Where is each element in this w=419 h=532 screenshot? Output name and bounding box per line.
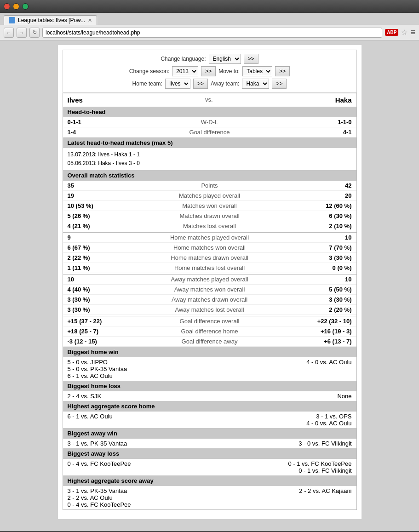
stat-left-13: +15 (37 - 22) — [68, 318, 139, 325]
overall-stats-header: Overall match statistics — [63, 170, 356, 181]
biggest-home-win-right: 4 - 0 vs. AC Oulu — [210, 359, 352, 379]
stat-row-8: 1 (11 %)Home matches lost overall0 (0 %) — [63, 263, 356, 273]
tab-favicon — [9, 17, 15, 23]
highest-agg-away-left: 3 - 1 vs. PK-35 Vantaa 2 - 2 vs. AC Oulu… — [68, 487, 210, 508]
bhw-left-line2: 5 - 0 vs. PK-35 Vantaa — [68, 366, 210, 372]
stat-left-2: 10 (53 %) — [68, 202, 139, 209]
biggest-home-loss-header: Biggest home loss — [63, 381, 356, 391]
h2h-goal-diff-home: 1-4 — [68, 129, 139, 136]
close-btn[interactable] — [4, 3, 10, 10]
stats-table: Ilves vs. Haka Head-to-head 0-1-1 W-D-L … — [63, 93, 357, 510]
stat-right-11: 3 (30 %) — [281, 296, 352, 303]
stat-row-4: 4 (21 %)Matches lost overall2 (10 %) — [63, 221, 356, 231]
maximize-btn[interactable] — [22, 3, 29, 10]
stat-center-14: Goal difference home — [138, 328, 281, 335]
stat-row-10: 4 (40 %)Away matches won overall5 (50 %) — [63, 285, 356, 295]
stat-row-13: +15 (37 - 22)Goal difference overall+22 … — [63, 316, 356, 326]
stat-row-3: 5 (26 %)Matches drawn overall6 (30 %) — [63, 211, 356, 221]
stat-row-11: 3 (30 %)Away matches drawn overall3 (30 … — [63, 295, 356, 305]
head-to-head-header: Head-to-head — [63, 107, 356, 117]
stat-row-15: -3 (12 - 15)Goal difference away+6 (13 -… — [63, 337, 356, 347]
stat-right-1: 20 — [281, 192, 352, 199]
language-row: Change language: English >> — [68, 54, 352, 64]
stat-left-10: 4 (40 %) — [68, 286, 139, 293]
stat-center-7: Home matches drawn overall — [138, 254, 281, 261]
match-2: 05.06.2013: Haka - Ilves 3 - 0 — [68, 159, 352, 168]
move-to-label: Move to: — [218, 68, 240, 74]
biggest-home-loss-right: None — [210, 393, 352, 400]
h2h-goal-diff-away: 4-1 — [281, 129, 352, 136]
home-team-label: Home team: — [132, 80, 162, 87]
highest-agg-home-header: Highest aggregate score home — [63, 401, 356, 412]
home-team-go-btn[interactable]: >> — [193, 79, 208, 89]
stat-row-12: 3 (30 %)Away matches lost overall2 (20 %… — [63, 305, 356, 315]
stat-left-3: 5 (26 %) — [68, 212, 139, 219]
tab-close-icon[interactable]: ✕ — [88, 17, 92, 23]
stat-right-12: 2 (20 %) — [281, 306, 352, 313]
stat-center-13: Goal difference overall — [138, 318, 281, 325]
browser-tab[interactable]: League tables: Ilves [Pow... ✕ — [4, 15, 97, 25]
biggest-away-loss-left: 0 - 4 vs. FC KooTeePee — [68, 460, 210, 474]
stat-center-4: Matches lost overall — [138, 223, 281, 229]
stat-right-0: 42 — [281, 182, 352, 189]
season-select[interactable]: 2013 — [172, 66, 198, 76]
stat-row-0: 35Points42 — [63, 181, 356, 191]
season-go-btn[interactable]: >> — [201, 66, 216, 76]
menu-icon[interactable]: ≡ — [410, 28, 415, 37]
stat-left-12: 3 (30 %) — [68, 306, 139, 313]
move-to-select[interactable]: Tables — [242, 66, 272, 76]
season-label: Change season: — [129, 68, 169, 74]
page-scroll-area[interactable]: Change language: English >> Change seaso… — [0, 40, 419, 531]
latest-matches-header: Latest head-to-head matches (max 5) — [63, 137, 356, 148]
hah-right-line1: 3 - 1 vs. OPS — [210, 413, 352, 420]
hah-right-line2: 4 - 0 vs. AC Oulu — [210, 420, 352, 427]
stat-center-5: Home matches played overall — [138, 234, 281, 241]
biggest-home-win-row: 5 - 0 vs. JIPPO 5 - 0 vs. PK-35 Vantaa 6… — [63, 357, 356, 381]
bhw-left-line3: 6 - 1 vs. AC Oulu — [68, 372, 210, 379]
stat-row-5: 9Home matches played overall10 — [63, 232, 356, 243]
h2h-record-row: 0-1-1 W-D-L 1-1-0 — [63, 117, 356, 127]
stat-center-10: Away matches won overall — [138, 286, 281, 293]
stat-center-6: Home matches won overall — [138, 244, 281, 251]
highest-agg-home-right: 3 - 1 vs. OPS 4 - 0 vs. AC Oulu — [210, 413, 352, 427]
stat-right-7: 3 (30 %) — [281, 254, 352, 261]
stat-left-11: 3 (30 %) — [68, 296, 139, 303]
highest-agg-away-row: 3 - 1 vs. PK-35 Vantaa 2 - 2 vs. AC Oulu… — [63, 486, 356, 509]
stat-row-14: +18 (25 - 7)Goal difference home+16 (19 … — [63, 326, 356, 337]
stat-center-1: Matches played overall — [138, 192, 281, 199]
forward-button[interactable]: → — [17, 28, 27, 38]
stat-right-10: 5 (50 %) — [281, 286, 352, 293]
stat-row-6: 6 (67 %)Home matches won overall7 (70 %) — [63, 243, 356, 253]
stat-right-8: 0 (0 %) — [281, 264, 352, 271]
bookmark-icon[interactable]: ☆ — [401, 28, 408, 37]
biggest-home-loss-row: 2 - 4 vs. SJK None — [63, 391, 356, 401]
stat-right-5: 10 — [281, 234, 352, 241]
season-row: Change season: 2013 >> Move to: Tables >… — [68, 66, 352, 76]
stat-left-6: 6 (67 %) — [68, 244, 139, 251]
page-content: Change language: English >> Change seaso… — [58, 45, 362, 519]
stat-center-11: Away matches drawn overall — [138, 296, 281, 303]
move-to-go-btn[interactable]: >> — [275, 66, 290, 76]
h2h-record-label: W-D-L — [138, 119, 281, 126]
language-select[interactable]: English — [209, 54, 241, 64]
adblock-badge: ABP — [385, 29, 398, 36]
refresh-button[interactable]: ↻ — [29, 28, 40, 38]
biggest-away-win-header: Biggest away win — [63, 428, 356, 439]
h2h-record-away: 1-1-0 — [281, 119, 352, 126]
stat-left-9: 10 — [68, 276, 139, 283]
away-team-go-btn[interactable]: >> — [272, 79, 287, 89]
language-go-btn[interactable]: >> — [244, 54, 258, 64]
titlebar — [0, 0, 419, 13]
stat-center-0: Points — [138, 182, 281, 189]
tab-title: League tables: Ilves [Pow... — [18, 17, 85, 23]
stat-center-15: Goal difference away — [138, 338, 281, 345]
away-team-select[interactable]: Haka — [242, 79, 269, 89]
stat-left-4: 4 (21 %) — [68, 223, 139, 229]
stat-right-14: +16 (19 - 3) — [281, 328, 352, 335]
url-bar[interactable] — [42, 28, 382, 38]
back-button[interactable]: ← — [4, 28, 14, 38]
minimize-btn[interactable] — [13, 3, 19, 10]
biggest-away-loss-right: 0 - 1 vs. FC KooTeePee 0 - 1 vs. FC Viik… — [210, 460, 352, 474]
stat-row-7: 2 (22 %)Home matches drawn overall3 (30 … — [63, 253, 356, 263]
home-team-select[interactable]: Ilves — [165, 79, 190, 89]
